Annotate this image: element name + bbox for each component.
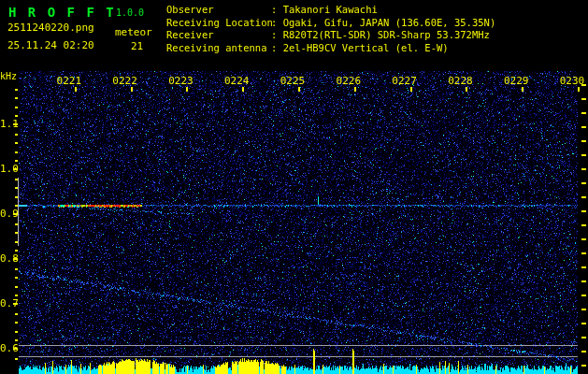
output-filename: 2511240220.png	[7, 22, 94, 33]
info-value: R820T2(RTL-SDR) SDR-Sharp 53.372MHz	[283, 29, 490, 40]
info-label: Observer	[166, 4, 271, 15]
time-tick-label: 0230	[560, 76, 585, 86]
info-value: 2el-HB9CV Vertical (el. E-W)	[283, 42, 449, 53]
mode-label: meteor	[115, 27, 152, 37]
info-sep: :	[271, 42, 283, 53]
info-value: Takanori Kawachi	[283, 4, 378, 15]
info-label: Receiving antenna	[166, 42, 271, 53]
date-time-label: 25.11.24 02:20	[7, 40, 94, 50]
info-row-observer: Observer: Takanori Kawachi	[166, 4, 495, 17]
info-value: Ogaki, Gifu, JAPAN (136.60E, 35.35N)	[283, 17, 496, 28]
time-tick-label: 0227	[392, 76, 417, 86]
info-row-location: Receiving Location: Ogaki, Gifu, JAPAN (…	[166, 17, 495, 30]
info-sep: :	[271, 17, 283, 28]
frequency-axis-unit-label: kHz	[0, 72, 17, 81]
info-row-receiver: Receiver: R820T2(RTL-SDR) SDR-Sharp 53.3…	[166, 29, 495, 42]
info-sep: :	[271, 4, 283, 15]
time-tick-label: 0223	[168, 76, 194, 86]
time-tick-label: 0225	[280, 76, 306, 86]
app-version: 1.0.0	[116, 8, 144, 18]
info-sep: :	[271, 29, 283, 40]
time-tick-label: 0228	[448, 76, 473, 86]
info-label: Receiver	[166, 29, 271, 40]
spectrogram-canvas	[0, 0, 588, 374]
station-info-block: Observer: Takanori Kawachi Receiving Loc…	[166, 4, 495, 54]
hrofft-window: H R O F F T 1.0.0 2511240220.png meteor …	[0, 0, 588, 374]
frequency-tick-label: 0.9	[0, 209, 12, 219]
meteor-count: 21	[131, 41, 143, 51]
time-tick-label: 0229	[504, 76, 529, 86]
frequency-tick-label: 1.0	[0, 164, 12, 174]
time-tick-label: 0221	[57, 76, 82, 86]
frequency-tick-label: 0.8	[0, 253, 12, 264]
info-row-antenna: Receiving antenna: 2el-HB9CV Vertical (e…	[166, 42, 495, 55]
time-tick-label: 0224	[224, 76, 250, 86]
info-label: Receiving Location	[166, 17, 271, 28]
app-title: H R O F F T	[8, 6, 116, 19]
time-tick-label: 0226	[337, 76, 362, 86]
frequency-tick-label: 1.1	[0, 119, 12, 129]
frequency-tick-label: 0.6	[0, 343, 12, 353]
time-tick-label: 0222	[112, 76, 137, 86]
frequency-tick-label: 0.7	[0, 298, 12, 309]
